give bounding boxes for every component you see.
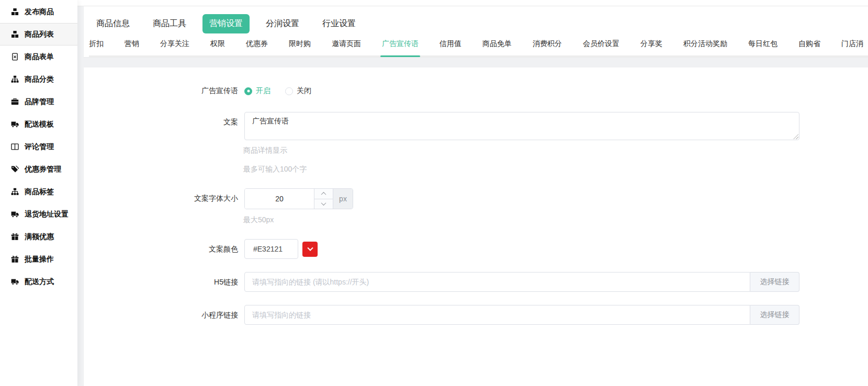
sidebar-item-label: 商品分类 bbox=[25, 75, 54, 84]
sidebar-item-label: 商品表单 bbox=[25, 52, 54, 62]
sidebar-item-label: 发布商品 bbox=[25, 7, 54, 17]
subtab-flash-sale[interactable]: 限时购 bbox=[289, 39, 311, 55]
main-content: 商品信息 商品工具 营销设置 分润设置 行业设置 折扣 营销 分享关注 权限 优… bbox=[77, 0, 868, 386]
subtab-daily-red-packet[interactable]: 每日红包 bbox=[748, 39, 777, 55]
copy-label: 文案 bbox=[84, 112, 244, 127]
subtab-credit[interactable]: 信用值 bbox=[439, 39, 461, 55]
sidebar-item-label: 批量操作 bbox=[25, 255, 54, 264]
sidebar-item-label: 商品列表 bbox=[25, 30, 54, 39]
color-picker-button[interactable] bbox=[302, 242, 318, 257]
h5-select-link-button[interactable]: 选择链接 bbox=[750, 272, 799, 292]
sidebar-item-label: 配送方式 bbox=[25, 277, 54, 287]
font-size-label: 文案字体大小 bbox=[84, 188, 244, 208]
primary-tabs: 商品信息 商品工具 营销设置 分润设置 行业设置 bbox=[84, 14, 868, 33]
subtab-discount[interactable]: 折扣 bbox=[89, 39, 104, 55]
miniprogram-link-input[interactable] bbox=[244, 305, 750, 325]
tab-product-tools[interactable]: 商品工具 bbox=[153, 18, 186, 29]
briefcase-icon bbox=[11, 98, 19, 106]
subtab-points-activity-reward[interactable]: 积分活动奖励 bbox=[683, 39, 727, 55]
unit-label: px bbox=[333, 189, 353, 209]
sidebar-item-coupon-management[interactable]: 优惠券管理 bbox=[0, 158, 77, 180]
sidebar-item-label: 满额优惠 bbox=[25, 232, 54, 242]
font-size-input-group: px bbox=[244, 188, 353, 209]
sidebar-item-label: 配送模板 bbox=[25, 120, 54, 129]
radio-on[interactable] bbox=[244, 87, 252, 95]
copy-textarea[interactable]: 广告宣传语 bbox=[244, 112, 799, 140]
file-x-icon bbox=[11, 53, 19, 61]
gift-icon bbox=[11, 233, 19, 241]
sidebar-item-label: 商品标签 bbox=[25, 187, 54, 197]
sidebar-item-label: 评论管理 bbox=[25, 142, 54, 152]
miniprogram-link-label: 小程序链接 bbox=[84, 305, 244, 325]
truck-icon bbox=[11, 120, 19, 128]
h5-link-input[interactable] bbox=[244, 272, 750, 292]
cubes-icon bbox=[11, 8, 19, 16]
copy-hint-display: 商品详情显示 bbox=[243, 146, 868, 155]
subtab-share-reward[interactable]: 分享奖 bbox=[640, 39, 662, 55]
font-size-input[interactable] bbox=[245, 189, 314, 209]
ad-slogan-label: 广告宣传语 bbox=[84, 85, 244, 96]
sidebar-item-delivery-method[interactable]: 配送方式 bbox=[0, 270, 77, 293]
subtab-member-price[interactable]: 会员价设置 bbox=[583, 39, 619, 55]
secondary-tabs-track: 折扣 营销 分享关注 权限 优惠券 限时购 邀请页面 广告宣传语 信用值 商品免… bbox=[89, 39, 868, 57]
radio-off[interactable] bbox=[285, 87, 293, 95]
sidebar-item-label: 优惠券管理 bbox=[25, 165, 61, 174]
tab-product-info[interactable]: 商品信息 bbox=[96, 18, 130, 29]
chevron-up-icon bbox=[321, 192, 326, 197]
miniprogram-link-group: 选择链接 bbox=[244, 305, 799, 325]
columns-icon bbox=[11, 143, 19, 151]
tab-industry-settings[interactable]: 行业设置 bbox=[322, 18, 356, 29]
sitemap-icon bbox=[11, 188, 19, 196]
sidebar-item-full-discount[interactable]: 满额优惠 bbox=[0, 225, 77, 248]
sidebar-item-brand-management[interactable]: 品牌管理 bbox=[0, 90, 77, 113]
sidebar-item-batch-operation[interactable]: 批量操作 bbox=[0, 248, 77, 270]
stepper-down-button[interactable] bbox=[314, 199, 333, 209]
tab-profit-settings[interactable]: 分润设置 bbox=[266, 18, 299, 29]
subtab-self-purchase[interactable]: 自购省 bbox=[798, 39, 820, 55]
h5-link-label: H5链接 bbox=[84, 272, 244, 292]
sidebar-item-product-category[interactable]: 商品分类 bbox=[0, 68, 77, 90]
chevron-down-icon bbox=[321, 200, 326, 206]
secondary-tabs: 折扣 营销 分享关注 权限 优惠券 限时购 邀请页面 广告宣传语 信用值 商品免… bbox=[89, 39, 868, 55]
ad-slogan-form: 广告宣传语 开启 关闭 文案 广告宣传语 商品详情显示 最多可输入100个字 文… bbox=[84, 67, 868, 386]
color-input[interactable] bbox=[244, 239, 298, 259]
gift-icon bbox=[11, 255, 19, 263]
color-label: 文案颜色 bbox=[84, 239, 244, 259]
tags-icon bbox=[11, 165, 19, 173]
copy-textarea-wrap: 广告宣传语 bbox=[244, 112, 799, 140]
sidebar-item-product-tags[interactable]: 商品标签 bbox=[0, 180, 77, 203]
sidebar-item-label: 品牌管理 bbox=[25, 97, 54, 107]
miniprogram-select-link-button[interactable]: 选择链接 bbox=[750, 305, 799, 325]
font-size-hint: 最大50px bbox=[243, 215, 868, 225]
subtab-coupon[interactable]: 优惠券 bbox=[246, 39, 268, 55]
radio-off-label[interactable]: 关闭 bbox=[297, 86, 311, 96]
stepper-up-button[interactable] bbox=[314, 189, 333, 199]
subtab-invite-page[interactable]: 邀请页面 bbox=[332, 39, 361, 55]
sidebar-item-product-form[interactable]: 商品表单 bbox=[0, 46, 77, 68]
sitemap-icon bbox=[11, 75, 19, 83]
truck-icon bbox=[11, 278, 19, 286]
tab-marketing-settings[interactable]: 营销设置 bbox=[202, 14, 250, 33]
subtab-permissions[interactable]: 权限 bbox=[210, 39, 225, 55]
chevron-down-icon bbox=[307, 245, 313, 251]
subtab-store-consume[interactable]: 门店消 bbox=[841, 39, 863, 55]
subtab-share-follow[interactable]: 分享关注 bbox=[160, 39, 189, 55]
h5-link-group: 选择链接 bbox=[244, 272, 799, 292]
sidebar: 发布商品 商品列表 商品表单 商品分类 品牌管理 配送模板 评论管理 优惠券管理… bbox=[0, 0, 77, 386]
sidebar-item-label: 退货地址设置 bbox=[25, 210, 69, 219]
sidebar-item-review-management[interactable]: 评论管理 bbox=[0, 135, 77, 158]
copy-hint-maxlen: 最多可输入100个字 bbox=[243, 165, 868, 174]
subtab-consume-points[interactable]: 消费积分 bbox=[533, 39, 562, 55]
truck-icon bbox=[11, 210, 19, 218]
subtab-product-free[interactable]: 商品免单 bbox=[482, 39, 512, 55]
font-size-stepper bbox=[314, 189, 333, 209]
sidebar-item-return-address-settings[interactable]: 退货地址设置 bbox=[0, 203, 77, 225]
subtab-marketing[interactable]: 营销 bbox=[125, 39, 139, 55]
ad-slogan-radio-group: 开启 关闭 bbox=[244, 85, 311, 96]
tabs-card: 商品信息 商品工具 营销设置 分润设置 行业设置 折扣 营销 分享关注 权限 优… bbox=[84, 6, 868, 57]
subtab-ad-slogan[interactable]: 广告宣传语 bbox=[382, 39, 419, 55]
sidebar-item-publish-product[interactable]: 发布商品 bbox=[0, 1, 77, 23]
sidebar-item-delivery-template[interactable]: 配送模板 bbox=[0, 113, 77, 135]
sidebar-item-product-list[interactable]: 商品列表 bbox=[0, 23, 77, 46]
radio-on-label[interactable]: 开启 bbox=[256, 86, 270, 96]
